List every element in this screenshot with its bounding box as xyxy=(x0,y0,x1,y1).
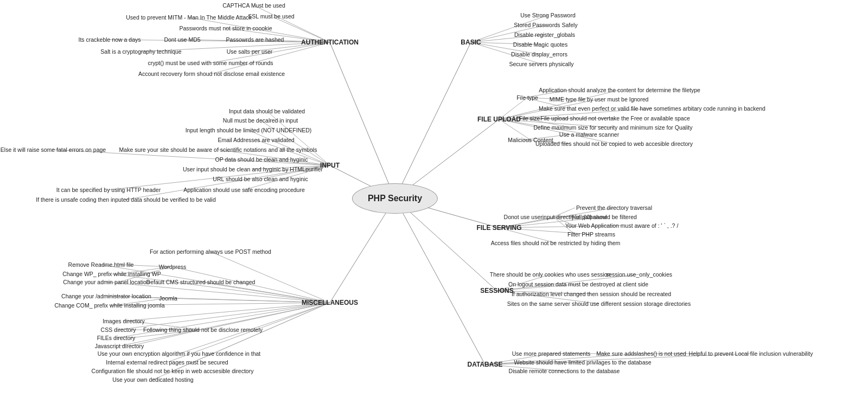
svg-line-49 xyxy=(471,15,548,42)
leaf-47: File type xyxy=(516,94,538,101)
leaf-33: CSS directory xyxy=(101,326,136,333)
leaf-8: Use salts per user xyxy=(227,48,273,55)
leaf-15: Else it will raise some fatal errors on … xyxy=(1,146,106,153)
leaf-0: CAPTHCA Must be used xyxy=(222,2,285,9)
leaf-45: Disable display_errors xyxy=(511,51,567,57)
leaf-19: URL should be also clean and hyginic xyxy=(213,176,308,182)
svg-line-2 xyxy=(330,198,395,303)
leaf-23: For action performing always use POST me… xyxy=(150,248,271,255)
mindmap-container: PHP SecurityAUTHENTICATIONINPUTMISCELLAN… xyxy=(0,0,868,397)
leaf-72: Disable remote connections to the databa… xyxy=(509,368,620,374)
leaf-6: Passowrds are hashed xyxy=(226,36,284,43)
svg-line-12 xyxy=(110,40,330,42)
leaf-32: Images directory xyxy=(103,318,145,324)
leaf-7: Salt is a cryptography technique xyxy=(100,48,181,55)
leaf-56: Uploaded files should not be copied to w… xyxy=(535,140,693,147)
leaf-29: Change your /administrator location xyxy=(61,293,151,299)
leaf-16: Make sure your site should be aware of s… xyxy=(119,146,317,153)
branch-sessions: SESSIONS xyxy=(480,287,513,294)
leaf-41: Use Strong Password xyxy=(520,12,576,18)
leaf-58: Prevent the directory traversal xyxy=(576,204,652,211)
leaf-4: Its crackeble now a days xyxy=(79,36,141,43)
svg-line-0 xyxy=(330,42,395,198)
leaf-37: Use your own encryption algorithm if you… xyxy=(98,350,261,357)
leaf-66: If authorization level changed then sess… xyxy=(512,291,671,297)
leaf-3: Passwords must not store in coookie xyxy=(180,25,272,31)
leaf-1: SSL must be used xyxy=(248,13,294,20)
branch-auth: AUTHENTICATION xyxy=(301,39,359,46)
leaf-35: FILEs directory xyxy=(97,335,136,341)
leaf-63: There should be only cookies who uses se… xyxy=(490,271,610,278)
leaf-60: Your Web Application must aware of : ' `… xyxy=(565,222,679,229)
leaf-49: MIME type file by user must be Ignored xyxy=(550,96,649,103)
leaf-44: Disable Magic quotes xyxy=(513,41,567,48)
branch-fileupload: FILE UPLOAD xyxy=(477,116,521,123)
center-node: PHP Security xyxy=(352,183,438,214)
leaf-64: session.use_only_cookies xyxy=(606,271,672,278)
leaf-36: Javascript directory xyxy=(95,343,144,349)
leaf-39: Configuration file should not be keep in… xyxy=(92,368,254,374)
leaf-17: OP data should be clean and hyginic xyxy=(215,156,308,163)
leaf-67: Sites on the same server should use diff… xyxy=(507,300,691,307)
svg-line-3 xyxy=(395,42,471,198)
leaf-14: Email Addresses are validated xyxy=(218,137,294,143)
svg-line-18 xyxy=(212,42,330,74)
leaf-26: Change WP_ prefix while installing WP xyxy=(62,271,161,277)
leaf-53: Define maximum size for security and min… xyxy=(534,124,693,131)
leaf-61: Filter PHP streams xyxy=(567,231,615,238)
leaf-69: Make sure addslashes() is not used xyxy=(596,350,686,357)
svg-line-42 xyxy=(203,303,330,330)
svg-line-31 xyxy=(210,252,330,303)
leaf-46: Secure servers physically xyxy=(509,61,573,67)
leaf-5: Dont use MD5 xyxy=(164,36,200,43)
leaf-48: Application should analyze the content f… xyxy=(539,87,700,93)
leaf-28: Default CMS structured should be changed xyxy=(146,279,256,285)
leaf-10: Account recovery form shoud not disclose… xyxy=(138,71,285,77)
leaf-42: Stored Passwords Safely xyxy=(514,22,577,28)
leaf-70: Helpful to prevent Local file inclusion … xyxy=(689,350,813,357)
leaf-9: crypt() must be used with some number of… xyxy=(148,60,273,66)
leaf-30: Joomla xyxy=(159,295,177,302)
leaf-43: Disable register_globals xyxy=(514,31,575,38)
leaf-25: Wordpress xyxy=(159,264,187,270)
leaf-27: Change your admin panel location xyxy=(63,279,149,285)
leaf-50: Make sure that even perfect or valid fil… xyxy=(539,105,765,112)
leaf-40: Use your own dedicated hosting xyxy=(112,376,193,383)
branch-misc: MISCELLANEOUS xyxy=(302,299,358,306)
leaf-21: Application should use safe encoding pro… xyxy=(183,187,305,193)
leaf-65: On logout session data must be destroyed… xyxy=(508,281,648,287)
leaf-71: Website should have limited privilages t… xyxy=(514,359,651,366)
leaf-55: Use a malware scanner xyxy=(559,131,619,138)
leaf-31: Change COM_ prefix while installing joom… xyxy=(54,302,164,309)
svg-line-44 xyxy=(119,303,330,346)
branch-database: DATABASE xyxy=(468,361,503,368)
leaf-22: If there is unsafe coding then inputed d… xyxy=(36,196,216,203)
leaf-62: Access files should not be restricted by… xyxy=(491,240,621,246)
leaf-24: Remove Readme.html file xyxy=(68,261,134,268)
leaf-18: User input should be clean and hyginic b… xyxy=(183,166,323,172)
leaf-68: Use more prepared statements xyxy=(512,350,591,357)
leaf-2: Used to prevent MITM - Man In The Middle… xyxy=(126,14,251,21)
leaf-51: File size xyxy=(519,115,540,121)
branch-basic: BASIC xyxy=(461,39,481,46)
branch-fileserving: FILE SERVING xyxy=(476,224,521,232)
svg-line-7 xyxy=(395,198,485,364)
leaf-11: Input data should be validated xyxy=(229,108,305,114)
leaf-20: It can be specified by using HTTP header xyxy=(56,187,161,193)
leaf-52: File upload should not overtake the Free… xyxy=(540,115,690,121)
leaf-59: Null (\0) should be filtered xyxy=(572,214,637,220)
branch-input: INPUT xyxy=(320,162,340,169)
leaf-34: Following thing should not be disclose r… xyxy=(143,326,263,333)
leaf-12: Null must be decalred in input xyxy=(223,117,298,124)
leaf-38: Internal external redirect pages must be… xyxy=(106,359,228,366)
leaf-13: Input length should be limited (NOT UNDE… xyxy=(186,127,312,133)
